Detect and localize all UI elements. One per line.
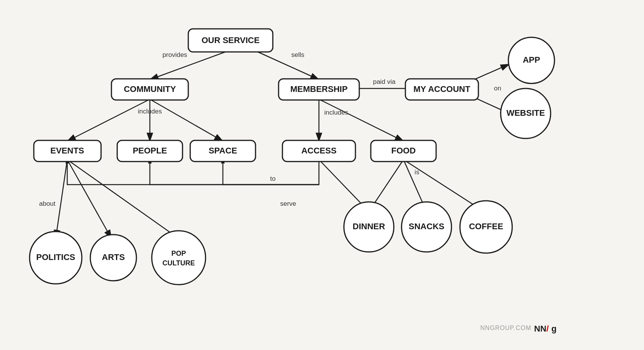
community-label: COMMUNITY	[124, 84, 176, 94]
app-label: APP	[523, 55, 540, 65]
about-label: about	[39, 200, 56, 207]
sells-label: sells	[291, 51, 304, 58]
pop-culture-label: POP	[171, 250, 186, 257]
snacks-label: SNACKS	[409, 222, 445, 231]
food-label: FOOD	[391, 146, 416, 155]
arts-label: ARTS	[102, 252, 125, 262]
brand-url: NNGROUP.COM	[480, 325, 531, 331]
includes2-label: includes	[324, 109, 348, 116]
includes1-label: includes	[138, 108, 162, 115]
my-account-label: MY ACCOUNT	[413, 84, 470, 94]
access-label: ACCESS	[301, 146, 337, 155]
serve-label: serve	[280, 200, 296, 207]
website-label: WEBSITE	[506, 108, 545, 118]
space-label: SPACE	[209, 146, 237, 155]
coffee-label: COFFEE	[469, 222, 503, 231]
to-label: to	[270, 175, 276, 182]
on-label: on	[494, 85, 501, 92]
is-label: is	[415, 168, 419, 176]
people-label: PEOPLE	[133, 146, 167, 155]
dinner-label: DINNER	[353, 222, 385, 231]
paid-via-label: paid via	[373, 78, 396, 85]
membership-label: MEMBERSHIP	[290, 84, 347, 94]
brand-slash: /	[546, 324, 549, 333]
pop-culture-label2: CULTURE	[163, 259, 195, 267]
pop-culture-node	[152, 231, 206, 285]
provides-label: provides	[163, 51, 187, 58]
brand-g: g	[551, 324, 556, 333]
our-service-label: OUR SERVICE	[201, 35, 259, 45]
brand-nn: NN	[534, 324, 546, 333]
politics-label: POLITICS	[36, 252, 75, 262]
events-label: EVENTS	[50, 146, 84, 155]
